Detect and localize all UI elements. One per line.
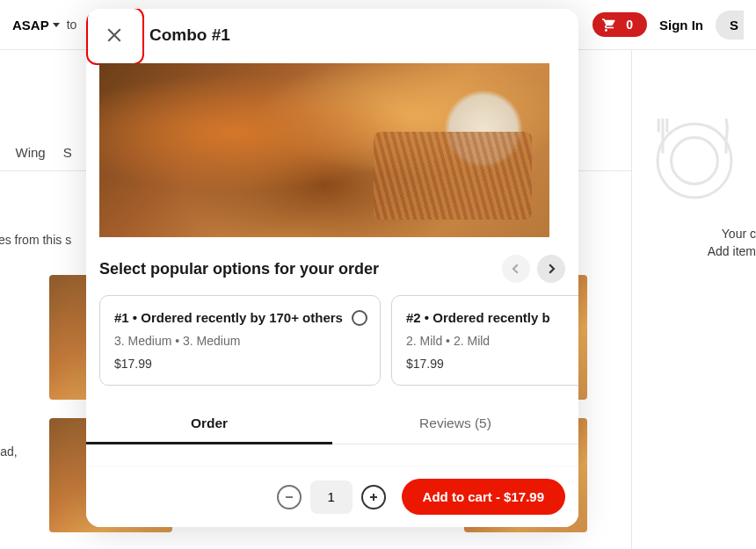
- popular-options-header: Select popular options for your order: [86, 237, 578, 295]
- option-rank: #2 • Ordered recently b: [406, 310, 578, 325]
- chevron-left-icon: [511, 264, 521, 274]
- cart-count: 0: [626, 18, 633, 32]
- svg-point-0: [658, 124, 731, 198]
- option-price: $17.99: [406, 357, 578, 371]
- to-text: to: [67, 18, 77, 32]
- chevron-down-icon: [53, 23, 60, 27]
- qty-controls: 1: [277, 480, 386, 514]
- cart-sidebar: Your c Add item: [631, 50, 756, 549]
- plus-icon: [368, 492, 379, 502]
- option-cards: #1 • Ordered recently by 170+ others 3. …: [86, 295, 578, 403]
- empty-cart-text: Your c Add item: [632, 226, 756, 260]
- tab-reviews[interactable]: Reviews (5): [332, 403, 578, 444]
- asap-dropdown[interactable]: ASAP: [12, 18, 60, 33]
- option-rank: #1 • Ordered recently by 170+ others: [114, 310, 366, 325]
- top-right-group: 0 Sign In S: [592, 11, 744, 40]
- cart-icon: [601, 18, 619, 32]
- option-nav-arrows: [502, 255, 565, 283]
- option-card-1[interactable]: #1 • Ordered recently by 170+ others 3. …: [99, 295, 381, 386]
- option-card-2[interactable]: #2 • Ordered recently b 2. Mild • 2. Mil…: [391, 295, 578, 386]
- empty-plate-icon: [642, 103, 747, 208]
- scroll-spacer: [86, 444, 578, 466]
- add-to-cart-button[interactable]: Add to cart - $17.99: [402, 479, 565, 515]
- svg-point-1: [671, 138, 717, 184]
- signup-button[interactable]: S: [716, 11, 744, 40]
- cart-button[interactable]: 0: [592, 12, 647, 37]
- close-button[interactable]: [104, 25, 125, 46]
- modal-tab-bar: Order Reviews (5): [86, 403, 578, 444]
- minus-icon: [284, 492, 294, 502]
- asap-label: ASAP: [12, 18, 49, 33]
- tab-item[interactable]: Wing: [16, 145, 46, 160]
- top-left-group: ASAP to: [12, 18, 76, 33]
- prev-options-button[interactable]: [502, 255, 530, 283]
- item-modal: Combo #1 Select popular options for your…: [86, 9, 578, 527]
- qty-value[interactable]: 1: [310, 480, 353, 514]
- modal-title: Combo #1: [149, 25, 230, 45]
- signin-link[interactable]: Sign In: [659, 18, 703, 33]
- chevron-right-icon: [546, 264, 556, 274]
- modal-scroll[interactable]: Select popular options for your order #1…: [86, 63, 578, 466]
- tab-order[interactable]: Order: [86, 403, 332, 444]
- modal-header: Combo #1: [86, 9, 578, 63]
- hero-image: [99, 63, 549, 237]
- empty-line2: Add item: [632, 243, 756, 261]
- option-radio[interactable]: [352, 310, 367, 326]
- next-options-button[interactable]: [537, 255, 565, 283]
- tab-item[interactable]: S: [63, 145, 72, 160]
- option-desc: 3. Medium • 3. Medium: [114, 334, 366, 348]
- popular-title: Select popular options for your order: [99, 260, 379, 278]
- qty-decrease-button[interactable]: [277, 485, 302, 509]
- modal-footer: 1 Add to cart - $17.99: [86, 466, 578, 527]
- close-icon: [106, 27, 122, 43]
- option-price: $17.99: [114, 357, 366, 371]
- qty-increase-button[interactable]: [361, 485, 386, 509]
- empty-line1: Your c: [632, 226, 756, 243]
- option-desc: 2. Mild • 2. Mild: [406, 334, 578, 348]
